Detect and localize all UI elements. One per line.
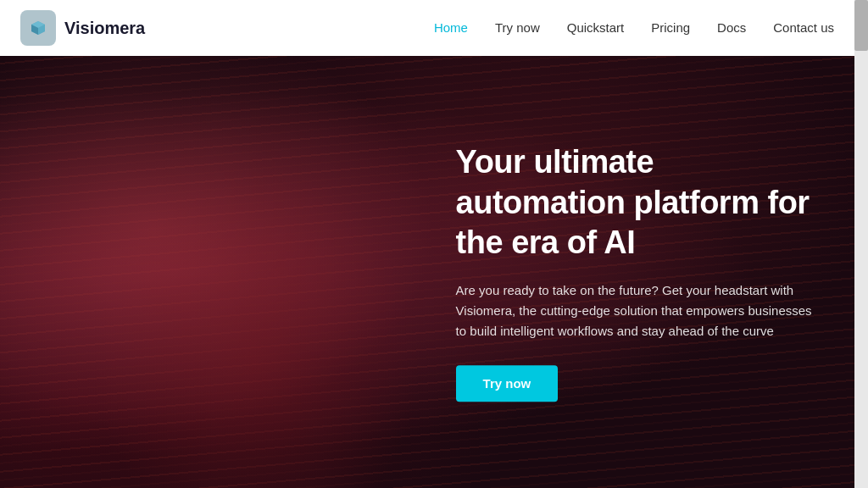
nav-link-trynow[interactable]: Try now bbox=[495, 20, 540, 35]
nav-item-contact[interactable]: Contact us bbox=[773, 20, 834, 36]
nav-item-quickstart[interactable]: Quickstart bbox=[567, 20, 625, 36]
hero-section: Your ultimate automation platform for th… bbox=[0, 56, 854, 488]
navbar: Visiomera Home Try now Quickstart Pricin… bbox=[0, 0, 854, 56]
hero-content: Your ultimate automation platform for th… bbox=[456, 142, 812, 402]
nav-link-docs[interactable]: Docs bbox=[717, 20, 746, 35]
nav-link-quickstart[interactable]: Quickstart bbox=[567, 20, 625, 35]
nav-link-contact[interactable]: Contact us bbox=[773, 20, 834, 35]
scrollbar-thumb[interactable] bbox=[854, 0, 868, 51]
hero-title: Your ultimate automation platform for th… bbox=[456, 142, 812, 263]
brand: Visiomera bbox=[20, 10, 145, 46]
brand-name: Visiomera bbox=[64, 19, 145, 38]
nav-item-trynow[interactable]: Try now bbox=[495, 20, 540, 36]
nav-links: Home Try now Quickstart Pricing Docs Con… bbox=[434, 20, 834, 36]
hero-cta-button[interactable]: Try now bbox=[456, 365, 559, 402]
brand-logo bbox=[20, 10, 56, 46]
logo-icon bbox=[28, 18, 48, 38]
hero-subtitle: Are you ready to take on the future? Get… bbox=[456, 280, 812, 341]
nav-link-home[interactable]: Home bbox=[434, 20, 468, 35]
nav-item-docs[interactable]: Docs bbox=[717, 20, 746, 36]
scrollbar[interactable] bbox=[854, 0, 868, 488]
nav-item-home[interactable]: Home bbox=[434, 20, 468, 36]
nav-item-pricing[interactable]: Pricing bbox=[651, 20, 690, 36]
nav-link-pricing[interactable]: Pricing bbox=[651, 20, 690, 35]
